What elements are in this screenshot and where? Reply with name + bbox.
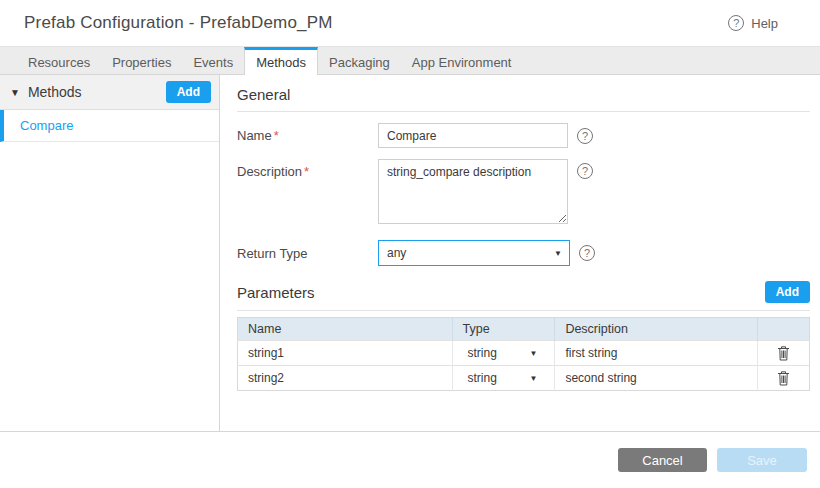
add-parameter-button[interactable]: Add bbox=[765, 281, 810, 303]
delete-parameter-button[interactable] bbox=[775, 369, 792, 388]
tab-packaging[interactable]: Packaging bbox=[318, 47, 401, 75]
caret-down-icon: ▼ bbox=[554, 249, 562, 258]
param-name-field[interactable]: string2 bbox=[248, 371, 284, 385]
tab-app-environment[interactable]: App Environment bbox=[401, 47, 523, 75]
tab-methods[interactable]: Methods bbox=[244, 47, 318, 75]
description-textarea[interactable]: string_compare description bbox=[378, 159, 568, 224]
required-asterisk: * bbox=[274, 128, 279, 143]
methods-sidebar: ▼ Methods Add Compare bbox=[0, 75, 220, 431]
caret-down-icon[interactable]: ▼ bbox=[10, 87, 20, 98]
page-title: Prefab Configuration - PrefabDemo_PM bbox=[24, 13, 333, 33]
tab-resources[interactable]: Resources bbox=[17, 47, 101, 75]
column-header-type: Type bbox=[452, 318, 555, 341]
trash-icon bbox=[777, 346, 790, 361]
name-input[interactable] bbox=[378, 123, 568, 148]
tab-properties[interactable]: Properties bbox=[101, 47, 182, 75]
delete-parameter-button[interactable] bbox=[775, 344, 792, 363]
return-type-row: Return Type any ▼ ? bbox=[237, 240, 810, 266]
save-button[interactable]: Save bbox=[717, 448, 807, 472]
cancel-button[interactable]: Cancel bbox=[618, 448, 707, 472]
required-asterisk: * bbox=[304, 164, 309, 179]
parameters-heading: Parameters bbox=[237, 284, 315, 301]
caret-down-icon: ▼ bbox=[529, 349, 537, 358]
table-row: string1 string ▼ first string bbox=[238, 341, 810, 366]
param-name-field[interactable]: string1 bbox=[248, 346, 284, 360]
param-description-field[interactable]: second string bbox=[565, 371, 636, 385]
param-description-field[interactable]: first string bbox=[565, 346, 617, 360]
column-header-description: Description bbox=[555, 318, 758, 341]
description-row: Description* string_compare description … bbox=[237, 159, 810, 224]
name-label: Name* bbox=[237, 128, 378, 143]
question-circle-icon[interactable]: ? bbox=[577, 128, 593, 144]
caret-down-icon: ▼ bbox=[529, 374, 537, 383]
question-circle-icon[interactable]: ? bbox=[579, 245, 595, 261]
question-circle-icon[interactable]: ? bbox=[577, 163, 593, 179]
sidebar-item-label: Compare bbox=[20, 118, 73, 133]
method-detail-panel: General Name* ? Description* string_comp… bbox=[220, 75, 820, 431]
parameters-header: Parameters Add bbox=[237, 281, 810, 311]
general-heading: General bbox=[237, 86, 810, 112]
column-header-actions bbox=[758, 318, 810, 341]
column-header-name: Name bbox=[238, 318, 453, 341]
return-type-value: any bbox=[387, 246, 406, 260]
footer-action-bar: Cancel Save bbox=[0, 431, 820, 488]
help-label: Help bbox=[751, 16, 778, 31]
trash-icon bbox=[777, 371, 790, 386]
sidebar-item-compare[interactable]: Compare bbox=[0, 110, 219, 142]
param-type-select[interactable]: string ▼ bbox=[463, 346, 545, 360]
add-method-button[interactable]: Add bbox=[166, 81, 211, 103]
sidebar-header: ▼ Methods Add bbox=[0, 75, 219, 110]
content-area: ▼ Methods Add Compare General Name* ? De… bbox=[0, 75, 820, 431]
help-link[interactable]: ? Help bbox=[728, 15, 778, 31]
return-type-label: Return Type bbox=[237, 246, 378, 261]
description-label: Description* bbox=[237, 159, 378, 179]
table-header-row: Name Type Description bbox=[238, 318, 810, 341]
return-type-select[interactable]: any ▼ bbox=[378, 240, 570, 266]
sidebar-section-label: Methods bbox=[28, 84, 82, 100]
parameters-table: Name Type Description string1 string ▼ f… bbox=[237, 317, 810, 391]
tab-bar: Resources Properties Events Methods Pack… bbox=[0, 46, 820, 75]
question-circle-icon: ? bbox=[728, 15, 744, 31]
param-type-select[interactable]: string ▼ bbox=[463, 371, 545, 385]
name-row: Name* ? bbox=[237, 123, 810, 148]
tab-events[interactable]: Events bbox=[182, 47, 244, 75]
title-bar: Prefab Configuration - PrefabDemo_PM ? H… bbox=[0, 0, 820, 46]
table-row: string2 string ▼ second string bbox=[238, 366, 810, 391]
